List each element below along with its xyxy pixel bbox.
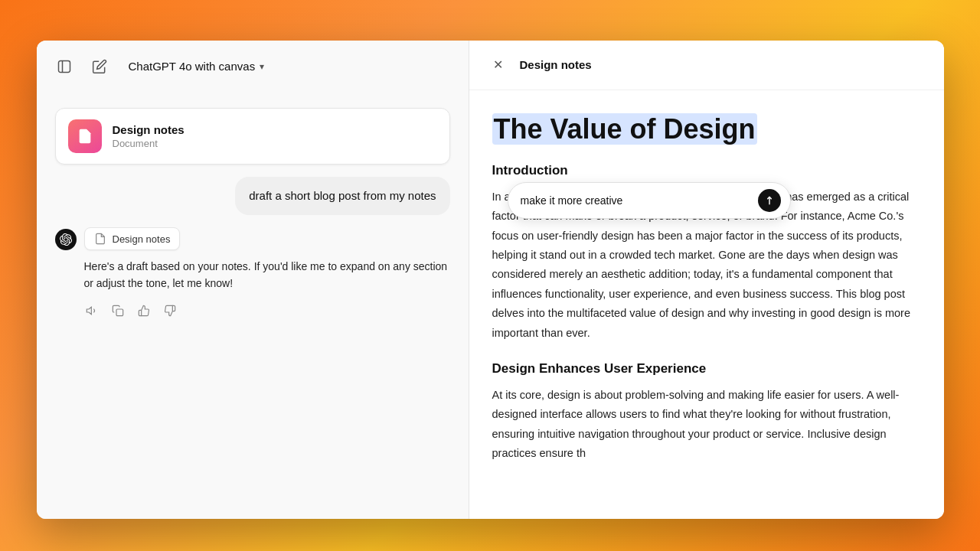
assistant-row: Design notes Here's a draft based on you…	[55, 227, 450, 318]
panel-title: Design notes	[520, 58, 592, 71]
copy-button[interactable]	[110, 303, 126, 318]
user-message-bubble: draft a short blog post from my notes	[235, 177, 449, 216]
close-button[interactable]: ✕	[488, 54, 509, 76]
left-panel: ChatGPT 4o with canvas ▾ Design note	[37, 41, 469, 519]
blog-title: The Value of Design	[492, 113, 757, 145]
doc-icon-box	[68, 119, 102, 153]
section2-text: At its core, design is about problem-sol…	[492, 386, 921, 464]
title-block: The Value of Design	[492, 113, 921, 145]
chevron-down-icon: ▾	[260, 61, 264, 72]
left-header: ChatGPT 4o with canvas ▾	[37, 41, 469, 93]
right-header: ✕ Design notes	[469, 41, 944, 90]
doc-reference-tag[interactable]: Design notes	[84, 227, 181, 250]
right-content: The Value of Design Introduction In an i…	[469, 90, 944, 519]
thumbs-up-button[interactable]	[136, 303, 152, 318]
model-name: ChatGPT 4o with canvas	[129, 60, 256, 73]
thumbs-down-icon	[164, 305, 176, 317]
thumbs-down-button[interactable]	[162, 303, 178, 318]
document-tag-icon	[94, 233, 106, 245]
assistant-content: Design notes Here's a draft based on you…	[84, 227, 450, 318]
inline-send-button[interactable]	[758, 189, 781, 212]
send-icon	[764, 195, 775, 206]
section2-heading: Design Enhances User Experience	[492, 361, 921, 377]
right-panel: ✕ Design notes The Value of Design Intro…	[469, 41, 944, 519]
inline-edit-input[interactable]	[521, 194, 752, 207]
speaker-button[interactable]	[84, 303, 100, 318]
thumbs-up-icon	[138, 305, 150, 317]
design-notes-card[interactable]: Design notes Document	[55, 108, 450, 165]
svg-rect-5	[116, 309, 123, 316]
assistant-avatar	[55, 229, 77, 250]
inline-edit-bubble[interactable]	[508, 182, 791, 219]
svg-marker-4	[87, 307, 91, 314]
app-window: ChatGPT 4o with canvas ▾ Design note	[37, 41, 944, 519]
document-icon	[77, 128, 93, 145]
assistant-response-text: Here's a draft based on your notes. If y…	[84, 258, 450, 292]
user-message-text: draft a short blog post from my notes	[249, 189, 436, 202]
sidebar-toggle-button[interactable]	[52, 54, 77, 79]
speaker-icon	[86, 305, 98, 317]
copy-icon	[112, 305, 124, 317]
openai-icon	[60, 233, 72, 246]
doc-tag-label: Design notes	[113, 233, 171, 245]
intro-heading: Introduction	[492, 163, 921, 178]
left-content: Design notes Document draft a short blog…	[37, 93, 469, 519]
new-chat-button[interactable]	[87, 54, 112, 79]
model-selector[interactable]: ChatGPT 4o with canvas ▾	[122, 57, 271, 76]
feedback-row	[84, 303, 450, 318]
card-title: Design notes	[113, 123, 185, 136]
card-text: Design notes Document	[113, 123, 185, 149]
card-subtitle: Document	[113, 138, 185, 149]
svg-rect-0	[58, 60, 70, 72]
